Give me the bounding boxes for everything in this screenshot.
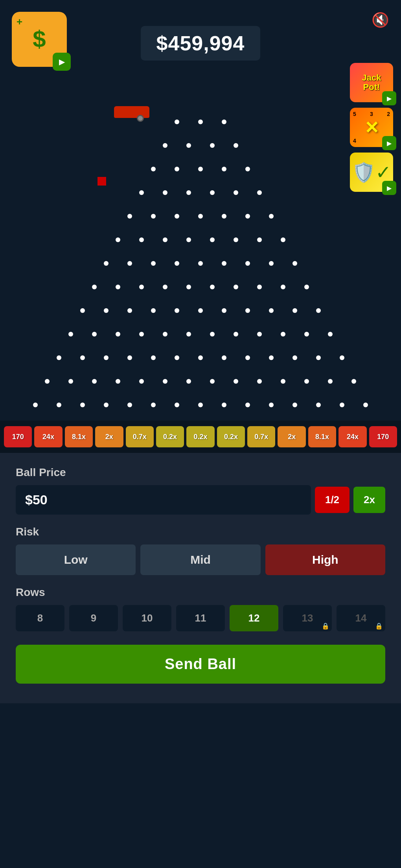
peg	[127, 261, 132, 266]
peg	[186, 379, 191, 384]
double-price-button[interactable]: 2x	[353, 487, 385, 513]
peg	[163, 379, 167, 384]
peg	[104, 355, 109, 360]
peg	[234, 285, 238, 289]
multiplier-slot: 170	[4, 426, 32, 447]
peg	[80, 403, 85, 407]
peg	[127, 308, 132, 313]
peg	[198, 308, 203, 313]
peg	[292, 261, 297, 266]
peg	[257, 237, 262, 242]
peg	[269, 214, 274, 219]
peg	[222, 167, 226, 171]
peg	[139, 332, 144, 337]
peg	[127, 355, 132, 360]
rows-11-button[interactable]: 11	[176, 605, 225, 631]
peg	[57, 403, 61, 407]
risk-mid-button[interactable]: Mid	[140, 544, 260, 575]
rows-13-button[interactable]: 13 🔒	[283, 605, 332, 631]
peg	[257, 332, 262, 337]
rows-12-button[interactable]: 12	[230, 605, 278, 631]
rows-9-button[interactable]: 9	[69, 605, 118, 631]
peg	[292, 403, 297, 407]
ball-price-label: Ball Price	[16, 466, 385, 479]
peg	[245, 403, 250, 407]
peg	[304, 379, 309, 384]
rows-10-button[interactable]: 10	[123, 605, 171, 631]
risk-row: Low Mid High	[16, 544, 385, 575]
peg	[281, 332, 285, 337]
risk-low-button[interactable]: Low	[16, 544, 136, 575]
multiplier-slot: 24x	[34, 426, 62, 447]
peg	[163, 332, 167, 337]
peg	[186, 190, 191, 195]
peg	[292, 355, 297, 360]
peg	[234, 332, 238, 337]
peg	[269, 355, 274, 360]
peg	[116, 285, 120, 289]
peg	[163, 190, 167, 195]
peg	[151, 261, 156, 266]
rows-13-lock-icon: 🔒	[322, 622, 329, 630]
multiplier-slot: 2x	[278, 426, 305, 447]
peg	[257, 379, 262, 384]
peg	[151, 308, 156, 313]
peg	[57, 355, 61, 360]
peg	[234, 379, 238, 384]
peg	[104, 403, 109, 407]
ball-price-input[interactable]	[16, 485, 311, 515]
peg	[245, 167, 250, 171]
peg	[316, 308, 321, 313]
peg	[198, 403, 203, 407]
peg	[210, 332, 215, 337]
risk-high-button[interactable]: High	[265, 544, 385, 575]
multiplier-slot: 0.7x	[247, 426, 275, 447]
peg	[198, 261, 203, 266]
peg	[198, 355, 203, 360]
multiplier-slot: 8.1x	[65, 426, 93, 447]
rows-14-button[interactable]: 14 🔒	[337, 605, 385, 631]
money-icon-button[interactable]: + $ ▶	[12, 12, 67, 67]
send-ball-button[interactable]: Send Ball	[16, 645, 385, 684]
peg	[222, 214, 226, 219]
money-play-badge: ▶	[53, 53, 71, 71]
peg	[340, 403, 344, 407]
peg	[80, 308, 85, 313]
peg	[186, 285, 191, 289]
peg	[186, 143, 191, 148]
peg	[116, 379, 120, 384]
rows-8-button[interactable]: 8	[16, 605, 64, 631]
peg	[151, 403, 156, 407]
half-price-button[interactable]: 1/2	[315, 487, 349, 513]
balance-value: $459,994	[156, 32, 245, 55]
peg	[175, 214, 179, 219]
peg	[234, 190, 238, 195]
mute-button[interactable]: 🔇	[372, 12, 389, 28]
mute-icon: 🔇	[372, 12, 389, 28]
peg	[104, 261, 109, 266]
peg	[139, 190, 144, 195]
dollar-icon: $	[33, 28, 46, 51]
peg	[210, 379, 215, 384]
peg	[198, 167, 203, 171]
peg	[175, 167, 179, 171]
peg	[68, 379, 73, 384]
peg	[68, 332, 73, 337]
controls-panel: Ball Price 1/2 2x Risk Low Mid High Rows…	[0, 453, 401, 703]
peg	[328, 332, 333, 337]
multiplier-slot: 24x	[338, 426, 366, 447]
peg	[45, 379, 50, 384]
multiplier-row: 17024x8.1x2x0.7x0.2x0.2x0.2x0.7x2x8.1x24…	[0, 421, 401, 453]
peg	[245, 214, 250, 219]
peg	[363, 403, 368, 407]
peg	[281, 285, 285, 289]
rows-14-lock-icon: 🔒	[375, 622, 383, 630]
peg	[340, 355, 344, 360]
peg	[139, 237, 144, 242]
jackpot-label: JackPot!	[362, 73, 381, 92]
peg	[222, 120, 226, 124]
risk-label: Risk	[16, 526, 385, 538]
peg	[116, 237, 120, 242]
peg	[222, 355, 226, 360]
peg	[175, 355, 179, 360]
